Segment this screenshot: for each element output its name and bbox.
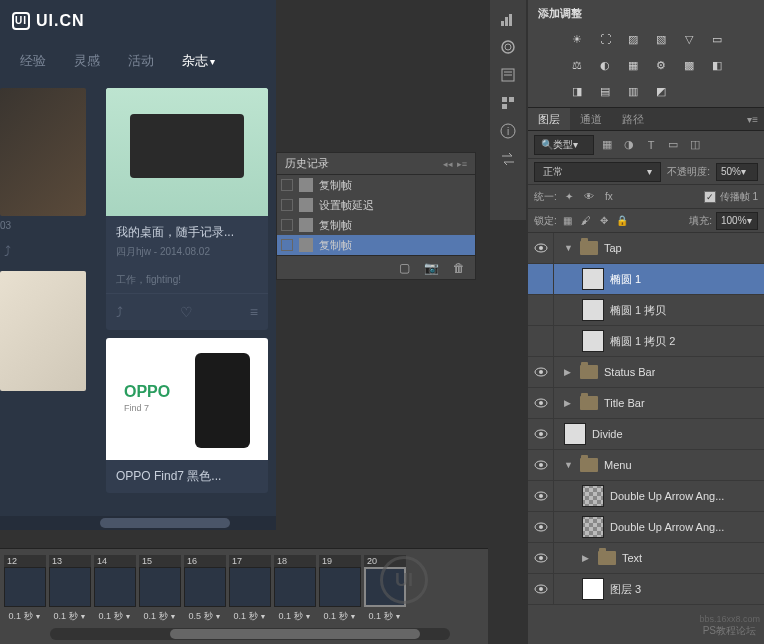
tool-styles-icon[interactable]	[495, 90, 521, 116]
tool-swap-icon[interactable]	[495, 146, 521, 172]
timeline-frame[interactable]: 190.1 秒▼	[319, 555, 361, 623]
history-check-icon[interactable]	[281, 219, 293, 231]
frame-duration[interactable]: 0.1 秒▼	[279, 610, 312, 623]
adj-balance-icon[interactable]: ⚖	[568, 57, 586, 73]
layer-visibility[interactable]	[528, 264, 554, 294]
history-item[interactable]: 复制帧	[277, 215, 475, 235]
timeline-frame[interactable]: 150.1 秒▼	[139, 555, 181, 623]
adj-bw-icon[interactable]: ◐	[596, 57, 614, 73]
filter-kind-dropdown[interactable]: 🔍 类型 ▾	[534, 135, 594, 155]
history-check-icon[interactable]	[281, 199, 293, 211]
sketch-thumb[interactable]	[0, 271, 86, 391]
adj-poster-icon[interactable]: ◨	[568, 83, 586, 99]
layer-visibility[interactable]	[528, 388, 554, 418]
adj-vibrance-icon[interactable]: ▽	[680, 31, 698, 47]
layer-row[interactable]: ▼Menu	[528, 450, 764, 481]
history-menu-icon[interactable]: ▸≡	[457, 159, 467, 169]
nav-inspiration[interactable]: 灵感	[74, 52, 100, 70]
layer-row[interactable]: ▶Title Bar	[528, 388, 764, 419]
adj-lookup-icon[interactable]: ▩	[680, 57, 698, 73]
history-item[interactable]: 复制帧	[277, 235, 475, 255]
layer-row[interactable]: 椭圆 1	[528, 264, 764, 295]
lock-pos-icon[interactable]: ✥	[597, 214, 611, 228]
frame-duration[interactable]: 0.1 秒▼	[54, 610, 87, 623]
frame-duration[interactable]: 0.1 秒▼	[99, 610, 132, 623]
layer-row[interactable]: 椭圆 1 拷贝 2	[528, 326, 764, 357]
layer-visibility[interactable]	[528, 512, 554, 542]
browser-hscroll[interactable]	[0, 516, 276, 530]
share-icon[interactable]: ⤴	[116, 304, 123, 320]
layer-row[interactable]: ▼Tap	[528, 233, 764, 264]
layer-row[interactable]: Double Up Arrow Ang...	[528, 512, 764, 543]
nav-magazine[interactable]: 杂志▾	[182, 52, 215, 70]
heart-icon[interactable]: ♡	[180, 304, 193, 320]
tool-paragraph-icon[interactable]	[495, 62, 521, 88]
tab-channels[interactable]: 通道	[570, 108, 612, 130]
timeline-frame[interactable]: 130.1 秒▼	[49, 555, 91, 623]
menu-icon[interactable]: ≡	[250, 304, 258, 320]
fill-input[interactable]: 100%▾	[716, 212, 758, 230]
filter-adjust-icon[interactable]: ◑	[620, 136, 638, 154]
tool-info-icon[interactable]: i	[495, 118, 521, 144]
history-delete-icon[interactable]: 🗑	[453, 261, 465, 275]
layer-visibility[interactable]	[528, 419, 554, 449]
history-snapshot-icon[interactable]: 📷	[424, 261, 439, 275]
history-item[interactable]: 设置帧延迟	[277, 195, 475, 215]
lock-pixel-icon[interactable]: 🖌	[579, 214, 593, 228]
unify-style-icon[interactable]: fx	[601, 189, 617, 205]
layer-row[interactable]: ▶Text	[528, 543, 764, 574]
history-item[interactable]: 复制帧	[277, 175, 475, 195]
layer-visibility[interactable]	[528, 357, 554, 387]
hscroll-thumb[interactable]	[100, 518, 230, 528]
adj-selective-icon[interactable]: ◩	[652, 83, 670, 99]
timeline-frame[interactable]: 120.1 秒▼	[4, 555, 46, 623]
filter-type-icon[interactable]: T	[642, 136, 660, 154]
nav-experience[interactable]: 经验	[20, 52, 46, 70]
adj-levels-icon[interactable]: ⛶	[596, 31, 614, 47]
frame-duration[interactable]: 0.5 秒▼	[189, 610, 222, 623]
timeline-frame[interactable]: 180.1 秒▼	[274, 555, 316, 623]
blend-mode-dropdown[interactable]: 正常 ▾	[534, 162, 661, 182]
timeline-frame[interactable]: 170.1 秒▼	[229, 555, 271, 623]
watch-card[interactable]: 03 ⤴	[0, 88, 90, 493]
share-icon[interactable]: ⤴	[4, 243, 11, 259]
adj-threshold-icon[interactable]: ▤	[596, 83, 614, 99]
frame-duration[interactable]: 0.1 秒▼	[234, 610, 267, 623]
propagate-frame-check[interactable]: ✓ 传播帧 1	[704, 190, 758, 204]
layer-visibility[interactable]	[528, 326, 554, 356]
panel-menu-icon[interactable]: ▾≡	[741, 114, 764, 125]
folder-toggle-icon[interactable]: ▶	[564, 398, 574, 408]
tab-paths[interactable]: 路径	[612, 108, 654, 130]
folder-toggle-icon[interactable]: ▼	[564, 243, 574, 253]
timeline-frame[interactable]: 140.1 秒▼	[94, 555, 136, 623]
timeline-scrollbar[interactable]	[50, 628, 450, 640]
adj-gradient-icon[interactable]: ▥	[624, 83, 642, 99]
tab-layers[interactable]: 图层	[528, 108, 570, 130]
frame-duration[interactable]: 0.1 秒▼	[369, 610, 402, 623]
layer-row[interactable]: Double Up Arrow Ang...	[528, 481, 764, 512]
frame-duration[interactable]: 0.1 秒▼	[324, 610, 357, 623]
frame-duration[interactable]: 0.1 秒▼	[9, 610, 42, 623]
filter-smart-icon[interactable]: ◫	[686, 136, 704, 154]
timeline-frame[interactable]: 160.5 秒▼	[184, 555, 226, 623]
timeline-scroll-thumb[interactable]	[170, 629, 420, 639]
unify-pos-icon[interactable]: ✦	[561, 189, 577, 205]
filter-pixel-icon[interactable]: ▦	[598, 136, 616, 154]
adj-invert-icon[interactable]: ◧	[708, 57, 726, 73]
history-step-icon[interactable]: ▢	[399, 261, 410, 275]
layer-visibility[interactable]	[528, 543, 554, 573]
folder-toggle-icon[interactable]: ▼	[564, 460, 574, 470]
nav-activity[interactable]: 活动	[128, 52, 154, 70]
lock-all-icon[interactable]: 🔒	[615, 214, 629, 228]
adj-photo-icon[interactable]: ▦	[624, 57, 642, 73]
layer-visibility[interactable]	[528, 450, 554, 480]
desk-card[interactable]: 我的桌面，随手记录... 四月hjw - 2014.08.02 工作，fight…	[106, 88, 268, 330]
layer-row[interactable]: ▶Status Bar	[528, 357, 764, 388]
layer-row[interactable]: 椭圆 1 拷贝	[528, 295, 764, 326]
lock-trans-icon[interactable]: ▦	[561, 214, 575, 228]
adj-mixer-icon[interactable]: ⚙	[652, 57, 670, 73]
layer-row[interactable]: 图层 3	[528, 574, 764, 605]
history-check-icon[interactable]	[281, 179, 293, 191]
layer-visibility[interactable]	[528, 295, 554, 325]
layer-visibility[interactable]	[528, 574, 554, 604]
